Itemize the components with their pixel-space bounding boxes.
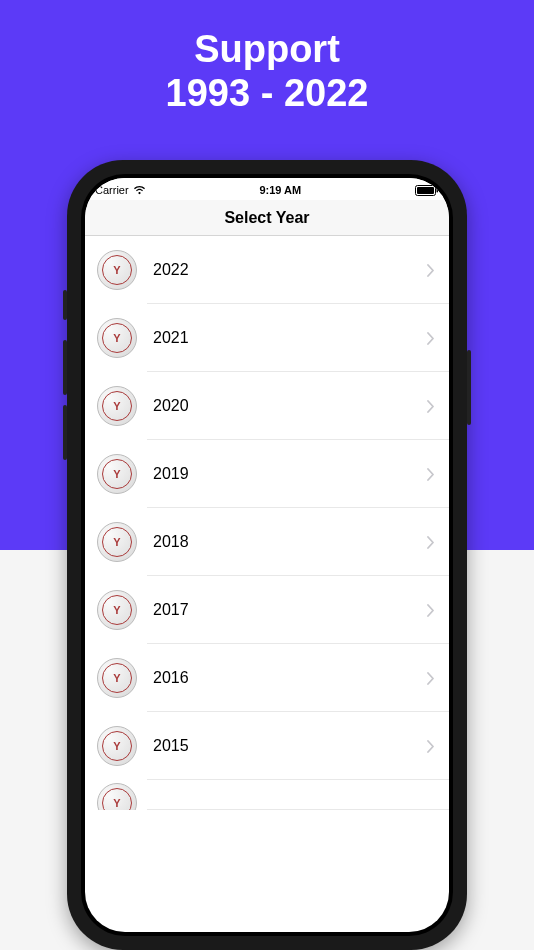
phone-frame: Carrier 9:19 AM Select Year Y: [67, 160, 467, 950]
year-icon: Y: [97, 318, 137, 358]
year-label: 2015: [153, 737, 427, 755]
year-icon: Y: [97, 522, 137, 562]
year-label: 2021: [153, 329, 427, 347]
year-label: 2016: [153, 669, 427, 687]
year-icon: Y: [97, 250, 137, 290]
phone-mute-switch: [63, 290, 67, 320]
status-bar: Carrier 9:19 AM: [85, 178, 449, 200]
status-left: Carrier: [95, 184, 146, 196]
chevron-right-icon: [427, 264, 435, 277]
status-time: 9:19 AM: [259, 184, 301, 196]
year-label: 2022: [153, 261, 427, 279]
year-label: 2018: [153, 533, 427, 551]
year-icon: Y: [97, 590, 137, 630]
year-label: 2020: [153, 397, 427, 415]
chevron-right-icon: [427, 672, 435, 685]
nav-bar: Select Year: [85, 200, 449, 236]
battery-icon: [415, 185, 439, 196]
promo-title-line1: Support: [0, 28, 534, 72]
year-label: 2017: [153, 601, 427, 619]
phone-bezel: Carrier 9:19 AM Select Year Y: [81, 174, 453, 936]
year-row-2021[interactable]: Y 2021: [85, 304, 449, 372]
chevron-right-icon: [427, 536, 435, 549]
phone-power-button: [467, 350, 471, 425]
svg-rect-2: [437, 188, 439, 192]
year-row-partial[interactable]: Y: [85, 780, 449, 810]
phone-volume-up: [63, 340, 67, 395]
year-icon: Y: [97, 454, 137, 494]
year-icon: Y: [97, 783, 137, 810]
phone-volume-down: [63, 405, 67, 460]
chevron-right-icon: [427, 740, 435, 753]
year-row-2015[interactable]: Y 2015: [85, 712, 449, 780]
year-row-2017[interactable]: Y 2017: [85, 576, 449, 644]
year-label: 2019: [153, 465, 427, 483]
status-right: [415, 185, 439, 196]
year-row-2019[interactable]: Y 2019: [85, 440, 449, 508]
carrier-label: Carrier: [95, 184, 129, 196]
chevron-right-icon: [427, 332, 435, 345]
year-list[interactable]: Y 2022 Y 2021 Y 2020 Y 2019: [85, 236, 449, 810]
year-icon: Y: [97, 386, 137, 426]
year-row-2022[interactable]: Y 2022: [85, 236, 449, 304]
wifi-icon: [133, 185, 146, 195]
nav-title: Select Year: [224, 209, 309, 227]
promo-title-line2: 1993 - 2022: [0, 72, 534, 116]
year-row-2020[interactable]: Y 2020: [85, 372, 449, 440]
chevron-right-icon: [427, 400, 435, 413]
year-row-2018[interactable]: Y 2018: [85, 508, 449, 576]
year-icon: Y: [97, 658, 137, 698]
year-row-2016[interactable]: Y 2016: [85, 644, 449, 712]
year-icon: Y: [97, 726, 137, 766]
phone-screen: Carrier 9:19 AM Select Year Y: [85, 178, 449, 932]
chevron-right-icon: [427, 604, 435, 617]
chevron-right-icon: [427, 468, 435, 481]
promo-title: Support 1993 - 2022: [0, 28, 534, 115]
svg-rect-1: [417, 187, 434, 194]
